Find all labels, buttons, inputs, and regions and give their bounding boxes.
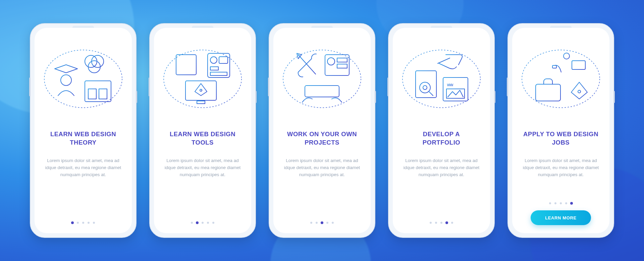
svg-rect-30 (337, 64, 347, 68)
svg-rect-9 (99, 89, 107, 99)
dot[interactable] (326, 222, 328, 224)
screen-title: LEARN WEB DESIGN THEORY (43, 130, 123, 147)
svg-text:WWW: WWW (447, 83, 453, 87)
svg-point-55 (578, 90, 581, 93)
svg-rect-20 (197, 101, 205, 104)
pagination-dots (430, 222, 453, 224)
svg-rect-48 (572, 61, 585, 69)
dot[interactable] (316, 222, 318, 224)
screen-description: Lorem ipsum dolor sit amet, mea ad idque… (521, 157, 601, 178)
learn-more-button[interactable]: LEARN MORE (531, 210, 591, 225)
screen-title: APPLY TO WEB DESIGN JOBS (521, 130, 601, 147)
dot[interactable] (93, 222, 95, 224)
dot[interactable] (440, 222, 442, 224)
dot[interactable] (196, 221, 199, 224)
phone-frame: WORK ON YOUR OWN PROJECTS Lorem ipsum do… (269, 23, 375, 238)
screen-description: Lorem ipsum dolor sit amet, mea ad idque… (401, 157, 481, 178)
svg-line-41 (429, 92, 433, 96)
dot[interactable] (202, 222, 204, 224)
svg-rect-52 (536, 84, 560, 101)
svg-rect-31 (305, 86, 339, 97)
pagination-dots (191, 222, 214, 224)
dot[interactable] (82, 222, 84, 224)
pagination-dots (71, 222, 95, 224)
onboarding-screen-tools[interactable]: LEARN WEB DESIGN TOOLS Lorem ipsum dolor… (154, 28, 251, 233)
dot[interactable] (565, 202, 567, 204)
screen-description: Lorem ipsum dolor sit amet, mea ad idque… (43, 157, 123, 178)
screen-title: LEARN WEB DESIGN TOOLS (163, 130, 243, 147)
phone-frame: LEARN WEB DESIGN TOOLS Lorem ipsum dolor… (149, 23, 256, 238)
dot[interactable] (321, 221, 323, 224)
svg-point-15 (210, 57, 217, 63)
screen-description: Lorem ipsum dolor sit amet, mea ad idque… (163, 157, 243, 178)
dot[interactable] (77, 222, 79, 224)
svg-point-40 (423, 86, 427, 90)
dot[interactable] (207, 222, 209, 224)
dot[interactable] (560, 202, 562, 204)
dot[interactable] (445, 221, 448, 224)
onboarding-carousel: LEARN WEB DESIGN THEORY Lorem ipsum dolo… (0, 0, 644, 261)
dot[interactable] (310, 222, 312, 224)
svg-rect-18 (210, 72, 227, 75)
screen-title: DEVELOP A PORTFOLIO (401, 130, 481, 147)
screen-title: WORK ON YOUR OWN PROJECTS (282, 130, 362, 147)
learn-tools-icon (162, 39, 243, 118)
svg-point-23 (200, 89, 202, 91)
onboarding-screen-theory[interactable]: LEARN WEB DESIGN THEORY Lorem ipsum dolo… (35, 28, 132, 233)
phone-frame: LEARN WEB DESIGN THEORY Lorem ipsum dolo… (30, 23, 137, 238)
dot[interactable] (71, 221, 74, 224)
svg-point-28 (327, 58, 335, 65)
svg-point-39 (420, 82, 430, 93)
portfolio-icon: WWW (401, 39, 482, 118)
svg-rect-17 (210, 67, 218, 70)
dot[interactable] (451, 222, 453, 224)
pagination-dots (310, 222, 334, 224)
svg-rect-51 (552, 65, 556, 68)
apply-jobs-icon (521, 39, 601, 118)
onboarding-screen-projects[interactable]: WORK ON YOUR OWN PROJECTS Lorem ipsum do… (273, 28, 371, 233)
phone-frame: WWW DEVELOP A PORTFOLIO Lorem ipsum dolo… (388, 23, 495, 238)
screen-description: Lorem ipsum dolor sit amet, mea ad idque… (282, 157, 362, 178)
dot[interactable] (212, 222, 214, 224)
svg-line-35 (438, 58, 450, 63)
dot[interactable] (570, 202, 573, 205)
svg-rect-29 (337, 58, 347, 62)
phone-frame: APPLY TO WEB DESIGN JOBS Lorem ipsum dol… (507, 23, 614, 238)
dot[interactable] (88, 222, 90, 224)
svg-rect-8 (88, 89, 96, 99)
dot[interactable] (435, 222, 437, 224)
dot[interactable] (191, 222, 193, 224)
svg-line-25 (298, 55, 316, 74)
own-projects-icon (282, 39, 362, 118)
svg-rect-16 (219, 57, 228, 63)
dot[interactable] (554, 202, 556, 204)
dot[interactable] (332, 222, 334, 224)
onboarding-screen-portfolio[interactable]: WWW DEVELOP A PORTFOLIO Lorem ipsum dolo… (393, 28, 490, 233)
pagination-dots (549, 202, 573, 204)
svg-point-47 (564, 53, 570, 59)
svg-point-5 (61, 75, 71, 86)
onboarding-screen-jobs[interactable]: APPLY TO WEB DESIGN JOBS Lorem ipsum dol… (512, 28, 609, 233)
learn-theory-icon (43, 39, 123, 118)
dot[interactable] (430, 222, 432, 224)
dot[interactable] (549, 202, 551, 204)
